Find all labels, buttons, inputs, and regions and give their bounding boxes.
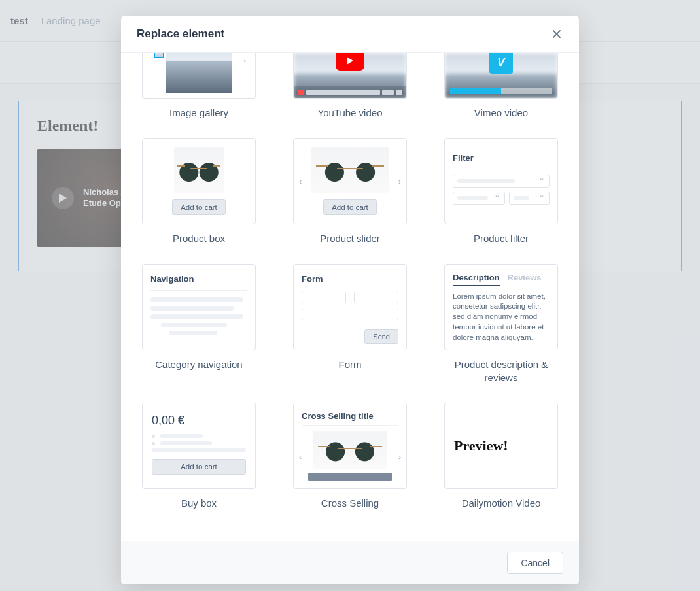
element-product-filter[interactable]: Filter Product filter bbox=[444, 138, 558, 245]
element-label: Image gallery bbox=[169, 107, 228, 120]
element-label: Product slider bbox=[320, 232, 380, 245]
form-heading: Form bbox=[302, 274, 398, 284]
chevron-left-icon: ‹ bbox=[299, 177, 302, 186]
element-vimeo-video[interactable]: V Vimeo video bbox=[444, 53, 558, 120]
replace-element-modal: Replace element ‹ › Image gallery bbox=[121, 16, 579, 584]
nav-heading: Navigation bbox=[150, 274, 247, 284]
modal-body[interactable]: ‹ › Image gallery YouTube video bbox=[121, 53, 579, 541]
skeleton-line-icon bbox=[150, 314, 243, 319]
modal-footer: Cancel bbox=[121, 541, 579, 584]
tab-description: Description bbox=[453, 273, 500, 286]
element-label: Form bbox=[339, 358, 362, 371]
element-product-box[interactable]: Add to cart Product box bbox=[142, 138, 256, 245]
dailymotion-heading: Preview! bbox=[454, 437, 508, 454]
filter-select-icon bbox=[509, 192, 550, 205]
filter-select-icon bbox=[453, 175, 550, 188]
element-cross-selling[interactable]: Cross Selling title ‹ › Cross Selling bbox=[293, 403, 407, 510]
form-input-icon bbox=[354, 292, 398, 303]
element-label: Dailymotion Video bbox=[462, 497, 541, 510]
add-to-cart-button: Add to cart bbox=[172, 199, 226, 215]
element-dailymotion-video[interactable]: Preview! Dailymotion Video bbox=[444, 403, 558, 510]
chevron-right-icon: › bbox=[398, 451, 401, 461]
vimeo-progress-icon bbox=[450, 88, 552, 94]
skeleton-line-icon bbox=[150, 297, 243, 302]
modal-header: Replace element bbox=[121, 16, 579, 53]
send-button: Send bbox=[364, 329, 398, 344]
skeleton-line-icon bbox=[150, 306, 234, 311]
element-youtube-video[interactable]: YouTube video bbox=[293, 53, 407, 120]
element-label: Product filter bbox=[474, 232, 529, 245]
filter-heading: Filter bbox=[453, 153, 550, 163]
chevron-right-icon: › bbox=[243, 57, 246, 66]
cross-bar-icon bbox=[308, 473, 392, 481]
gallery-thumb-icon bbox=[154, 53, 164, 58]
youtube-play-icon bbox=[336, 53, 364, 71]
element-form[interactable]: Form Send Form bbox=[293, 264, 407, 385]
element-label: Category navigation bbox=[155, 358, 242, 371]
add-to-cart-button: Add to cart bbox=[323, 199, 377, 215]
element-label: Product description & reviews bbox=[444, 358, 558, 385]
product-image-icon bbox=[313, 431, 387, 469]
lorem-text: Lorem ipsum dolor sit amet, consetetur s… bbox=[453, 292, 550, 343]
youtube-progress-icon bbox=[294, 86, 406, 98]
element-label: Cross Selling bbox=[321, 497, 379, 510]
element-product-slider[interactable]: ‹ › Add to cart Product slider bbox=[293, 138, 407, 245]
vimeo-icon: V bbox=[489, 53, 513, 74]
chevron-left-icon: ‹ bbox=[299, 451, 302, 461]
element-label: YouTube video bbox=[318, 107, 383, 120]
element-description-reviews[interactable]: Description Reviews Lorem ipsum dolor si… bbox=[444, 264, 558, 385]
element-label: Buy box bbox=[181, 497, 217, 510]
element-label: Product box bbox=[173, 232, 225, 245]
element-buy-box[interactable]: 0,00 € Add to cart Buy box bbox=[142, 403, 256, 510]
cancel-button[interactable]: Cancel bbox=[507, 552, 563, 574]
cross-heading: Cross Selling title bbox=[302, 411, 398, 421]
element-category-navigation[interactable]: Navigation Category navigation bbox=[142, 264, 256, 385]
price-value: 0,00 € bbox=[152, 414, 246, 428]
add-to-cart-button: Add to cart bbox=[152, 459, 246, 475]
skeleton-line-icon bbox=[161, 323, 227, 327]
chevron-right-icon: › bbox=[398, 177, 401, 186]
element-image-gallery[interactable]: ‹ › Image gallery bbox=[142, 53, 256, 120]
tab-reviews: Reviews bbox=[508, 273, 542, 286]
filter-select-icon bbox=[453, 192, 505, 205]
element-label: Vimeo video bbox=[474, 107, 528, 120]
close-icon[interactable] bbox=[550, 27, 563, 41]
modal-title: Replace element bbox=[137, 27, 224, 41]
skeleton-line-icon bbox=[169, 331, 217, 335]
form-input-icon bbox=[302, 309, 398, 320]
product-image-icon bbox=[174, 147, 224, 193]
form-input-icon bbox=[302, 292, 346, 303]
product-image-icon bbox=[311, 147, 389, 193]
